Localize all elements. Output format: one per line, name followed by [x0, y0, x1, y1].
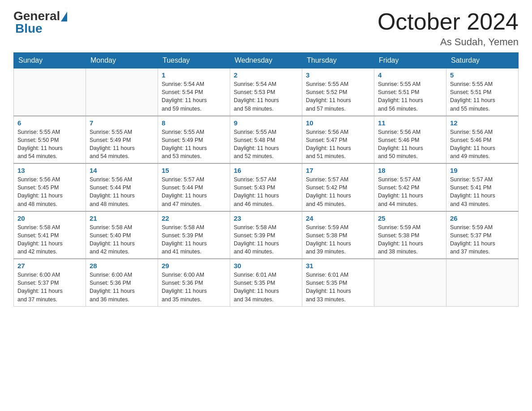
day-info: Sunrise: 5:56 AM Sunset: 5:46 PM Dayligh… [378, 128, 442, 161]
calendar-cell: 18Sunrise: 5:57 AM Sunset: 5:42 PM Dayli… [374, 163, 446, 211]
day-info: Sunrise: 5:58 AM Sunset: 5:41 PM Dayligh… [17, 223, 82, 256]
calendar-cell: 15Sunrise: 5:57 AM Sunset: 5:44 PM Dayli… [158, 163, 230, 211]
logo: General Blue [13, 9, 67, 36]
day-number: 26 [450, 214, 515, 222]
day-number: 25 [378, 214, 442, 222]
title-section: October 2024 As Sudah, Yemen [378, 9, 519, 48]
day-number: 17 [306, 167, 370, 174]
day-number: 7 [90, 119, 154, 127]
calendar-cell: 17Sunrise: 5:57 AM Sunset: 5:42 PM Dayli… [302, 163, 374, 211]
weekday-header-friday: Friday [374, 53, 446, 68]
day-info: Sunrise: 6:00 AM Sunset: 5:37 PM Dayligh… [17, 271, 82, 304]
calendar-week-row: 1Sunrise: 5:54 AM Sunset: 5:54 PM Daylig… [14, 68, 519, 116]
calendar-week-row: 13Sunrise: 5:56 AM Sunset: 5:45 PM Dayli… [14, 163, 519, 211]
day-number: 29 [162, 262, 226, 270]
day-number: 12 [450, 119, 515, 127]
day-info: Sunrise: 5:57 AM Sunset: 5:42 PM Dayligh… [378, 176, 442, 208]
day-number: 14 [90, 167, 154, 174]
logo-triangle-icon [61, 12, 67, 21]
day-info: Sunrise: 5:54 AM Sunset: 5:54 PM Dayligh… [162, 80, 226, 113]
calendar-cell: 21Sunrise: 5:58 AM Sunset: 5:40 PM Dayli… [86, 211, 158, 259]
day-info: Sunrise: 5:55 AM Sunset: 5:51 PM Dayligh… [378, 80, 442, 113]
day-number: 3 [306, 71, 370, 79]
day-number: 20 [17, 214, 82, 222]
day-info: Sunrise: 5:59 AM Sunset: 5:37 PM Dayligh… [450, 223, 515, 256]
weekday-header-sunday: Sunday [14, 53, 86, 68]
calendar-cell: 31Sunrise: 6:01 AM Sunset: 5:35 PM Dayli… [302, 259, 374, 306]
calendar-cell: 13Sunrise: 5:56 AM Sunset: 5:45 PM Dayli… [14, 163, 86, 211]
day-info: Sunrise: 5:56 AM Sunset: 5:46 PM Dayligh… [450, 128, 515, 161]
day-number: 21 [90, 214, 154, 222]
day-number: 16 [234, 167, 298, 174]
weekday-header-saturday: Saturday [446, 53, 519, 68]
day-number: 1 [162, 71, 226, 79]
calendar-cell: 28Sunrise: 6:00 AM Sunset: 5:36 PM Dayli… [86, 259, 158, 306]
day-number: 5 [450, 71, 515, 79]
day-info: Sunrise: 5:57 AM Sunset: 5:42 PM Dayligh… [306, 176, 370, 208]
day-number: 22 [162, 214, 226, 222]
day-number: 28 [90, 262, 154, 270]
day-number: 15 [162, 167, 226, 174]
day-info: Sunrise: 5:55 AM Sunset: 5:52 PM Dayligh… [306, 80, 370, 113]
day-number: 13 [17, 167, 82, 174]
calendar-cell: 1Sunrise: 5:54 AM Sunset: 5:54 PM Daylig… [158, 68, 230, 116]
calendar-cell: 12Sunrise: 5:56 AM Sunset: 5:46 PM Dayli… [446, 116, 519, 164]
calendar-cell: 30Sunrise: 6:01 AM Sunset: 5:35 PM Dayli… [230, 259, 302, 306]
calendar-cell: 20Sunrise: 5:58 AM Sunset: 5:41 PM Dayli… [14, 211, 86, 259]
day-info: Sunrise: 5:57 AM Sunset: 5:43 PM Dayligh… [234, 176, 298, 208]
calendar-cell: 26Sunrise: 5:59 AM Sunset: 5:37 PM Dayli… [446, 211, 519, 259]
logo-general-text: General [13, 9, 60, 23]
weekday-header-thursday: Thursday [302, 53, 374, 68]
day-info: Sunrise: 5:57 AM Sunset: 5:41 PM Dayligh… [450, 176, 515, 208]
month-title: October 2024 [378, 9, 519, 34]
calendar-cell [14, 68, 86, 116]
day-number: 8 [162, 119, 226, 127]
calendar-cell [446, 259, 519, 306]
page-header: General Blue October 2024 As Sudah, Yeme… [13, 9, 519, 48]
calendar-table: SundayMondayTuesdayWednesdayThursdayFrid… [13, 52, 519, 307]
day-info: Sunrise: 5:55 AM Sunset: 5:50 PM Dayligh… [17, 128, 82, 161]
day-info: Sunrise: 5:55 AM Sunset: 5:49 PM Dayligh… [90, 128, 154, 161]
calendar-cell: 2Sunrise: 5:54 AM Sunset: 5:53 PM Daylig… [230, 68, 302, 116]
calendar-cell: 16Sunrise: 5:57 AM Sunset: 5:43 PM Dayli… [230, 163, 302, 211]
weekday-header-row: SundayMondayTuesdayWednesdayThursdayFrid… [14, 53, 519, 68]
day-number: 4 [378, 71, 442, 79]
logo-blue-text: Blue [15, 21, 67, 36]
day-number: 6 [17, 119, 82, 127]
calendar-cell: 3Sunrise: 5:55 AM Sunset: 5:52 PM Daylig… [302, 68, 374, 116]
calendar-cell [374, 259, 446, 306]
day-info: Sunrise: 5:59 AM Sunset: 5:38 PM Dayligh… [306, 223, 370, 256]
calendar-cell: 5Sunrise: 5:55 AM Sunset: 5:51 PM Daylig… [446, 68, 519, 116]
calendar-cell: 24Sunrise: 5:59 AM Sunset: 5:38 PM Dayli… [302, 211, 374, 259]
calendar-cell: 19Sunrise: 5:57 AM Sunset: 5:41 PM Dayli… [446, 163, 519, 211]
day-info: Sunrise: 6:00 AM Sunset: 5:36 PM Dayligh… [90, 271, 154, 304]
day-number: 18 [378, 167, 442, 174]
day-info: Sunrise: 5:56 AM Sunset: 5:45 PM Dayligh… [17, 176, 82, 208]
calendar-cell: 11Sunrise: 5:56 AM Sunset: 5:46 PM Dayli… [374, 116, 446, 164]
calendar-cell: 23Sunrise: 5:58 AM Sunset: 5:39 PM Dayli… [230, 211, 302, 259]
day-info: Sunrise: 5:56 AM Sunset: 5:44 PM Dayligh… [90, 176, 154, 208]
day-number: 9 [234, 119, 298, 127]
calendar-cell: 29Sunrise: 6:00 AM Sunset: 5:36 PM Dayli… [158, 259, 230, 306]
day-number: 2 [234, 71, 298, 79]
day-info: Sunrise: 5:54 AM Sunset: 5:53 PM Dayligh… [234, 80, 298, 113]
day-number: 31 [306, 262, 370, 270]
weekday-header-tuesday: Tuesday [158, 53, 230, 68]
calendar-cell: 9Sunrise: 5:55 AM Sunset: 5:48 PM Daylig… [230, 116, 302, 164]
day-info: Sunrise: 5:59 AM Sunset: 5:38 PM Dayligh… [378, 223, 442, 256]
calendar-cell: 22Sunrise: 5:58 AM Sunset: 5:39 PM Dayli… [158, 211, 230, 259]
day-number: 27 [17, 262, 82, 270]
day-info: Sunrise: 5:58 AM Sunset: 5:40 PM Dayligh… [90, 223, 154, 256]
day-info: Sunrise: 5:58 AM Sunset: 5:39 PM Dayligh… [162, 223, 226, 256]
day-info: Sunrise: 5:56 AM Sunset: 5:47 PM Dayligh… [306, 128, 370, 161]
calendar-cell: 4Sunrise: 5:55 AM Sunset: 5:51 PM Daylig… [374, 68, 446, 116]
weekday-header-monday: Monday [86, 53, 158, 68]
day-info: Sunrise: 6:00 AM Sunset: 5:36 PM Dayligh… [162, 271, 226, 304]
location-subtitle: As Sudah, Yemen [378, 36, 519, 48]
calendar-cell: 14Sunrise: 5:56 AM Sunset: 5:44 PM Dayli… [86, 163, 158, 211]
calendar-cell [86, 68, 158, 116]
day-number: 19 [450, 167, 515, 174]
day-number: 10 [306, 119, 370, 127]
day-info: Sunrise: 6:01 AM Sunset: 5:35 PM Dayligh… [234, 271, 298, 304]
calendar-cell: 8Sunrise: 5:55 AM Sunset: 5:49 PM Daylig… [158, 116, 230, 164]
